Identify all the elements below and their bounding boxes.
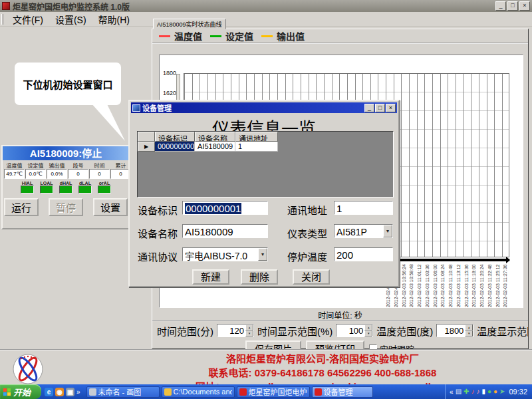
status-field-value: 0.0℃ xyxy=(25,169,46,179)
taskbar-button[interactable]: 炬星窑炉国炬电炉监... xyxy=(237,386,310,398)
media-player-icon[interactable]: ◉ xyxy=(55,388,64,396)
output-line-icon xyxy=(261,35,273,37)
start-button[interactable]: 开始 xyxy=(0,384,41,399)
show-desktop-icon[interactable]: ▣ xyxy=(66,388,74,396)
run-button[interactable]: 运行 xyxy=(4,198,39,216)
taskbar-button[interactable]: 未命名 - 画图 xyxy=(86,386,160,398)
x-axis-label: 2012-02-03 10:56:24 xyxy=(400,263,408,307)
spin-up-icon[interactable]: ▴ xyxy=(245,325,253,331)
temperature-line-icon xyxy=(159,35,170,37)
update-icon[interactable]: ● xyxy=(487,388,491,396)
temp-range-stepper[interactable]: 1800 ▴▾ xyxy=(436,324,473,337)
x-axis-label: 2012-02-03 11:18:00 xyxy=(470,263,478,307)
new-button[interactable]: 新建 xyxy=(192,269,229,285)
status-field-label: 设定值 xyxy=(25,162,46,169)
comm-addr-label: 通讯地址 xyxy=(287,203,327,217)
alarm-label: LOAL xyxy=(40,181,53,186)
col-device-name[interactable]: 设备名称 xyxy=(195,132,235,142)
taskbar-button-label: C:\Documents and Se... xyxy=(174,388,232,396)
menu-help[interactable]: 帮助(H) xyxy=(92,12,136,27)
alarm-indicator-hial: HIAL xyxy=(21,181,34,194)
spin-down-icon[interactable]: ▾ xyxy=(245,331,253,336)
taskbar-button-label: 设备管理 xyxy=(324,386,353,397)
device-grid: 设备标识 设备名称 通讯地址 ▶ 0000000001 AI5180009 1 xyxy=(137,131,394,198)
col-comm-addr[interactable]: 通讯地址 xyxy=(235,132,278,142)
dialog-icon xyxy=(132,104,140,112)
status-field-label: 输出值 xyxy=(47,162,67,169)
taskbar-button-label: 炬星窑炉国炬电炉监... xyxy=(249,386,307,397)
time-display-stepper[interactable]: 100 ▴▾ xyxy=(336,324,373,337)
spin-up-icon[interactable]: ▴ xyxy=(364,325,372,331)
chevron-down-icon[interactable]: ▾ xyxy=(383,225,392,237)
time-range-stepper[interactable]: 120 ▴▾ xyxy=(217,324,254,337)
meter-type-dropdown[interactable]: AI581P ▾ xyxy=(334,224,393,238)
more-icons-chevron-icon[interactable]: » xyxy=(76,388,80,396)
x-axis-label: 2012-02-03 11:06:00 xyxy=(432,263,440,307)
tab-realtime-curve[interactable]: AI5180009实时状态曲线 xyxy=(153,19,226,29)
close-button[interactable]: 关闭 xyxy=(293,269,330,285)
spin-down-icon[interactable]: ▾ xyxy=(465,331,473,336)
row-selector-icon[interactable]: ▶ xyxy=(138,142,155,152)
green-led-icon xyxy=(40,186,53,194)
status-buttons: 运行 暂停 设置 xyxy=(3,198,129,216)
spin-up-icon[interactable]: ▴ xyxy=(465,325,473,331)
callout-bubble: 下位机初始设置窗口 xyxy=(15,63,121,105)
minimize-icon[interactable]: _ xyxy=(495,1,506,11)
alarm-indicator-dlal: dLAL xyxy=(78,181,92,194)
status-field-label: 温度值 xyxy=(4,162,25,169)
chart-controls: 时间范围(分) 120 ▴▾ 时间显示范围(%) 100 ▴▾ 温度范围(度) … xyxy=(152,322,528,339)
taskbar-button-icon xyxy=(315,388,322,396)
antivirus-icon[interactable]: ✚ xyxy=(464,388,469,396)
audio-icon[interactable]: ♪ xyxy=(476,388,479,396)
alarm-indicator-oral: orAL xyxy=(98,181,111,194)
chevron-down-icon[interactable]: ▾ xyxy=(258,248,267,261)
x-axis-label: 2012-02-03 10:58:48 xyxy=(408,263,416,307)
restore-icon[interactable]: □ xyxy=(507,1,518,11)
device-name-field[interactable]: AI5180009 xyxy=(182,224,268,238)
alarm-label: dHAL xyxy=(59,181,72,186)
status-field-value: 0.0% xyxy=(47,169,67,179)
status-field-label: 时间 xyxy=(89,162,110,169)
delete-button[interactable]: 删除 xyxy=(241,269,278,285)
x-axis-label: 2012-02-03 11:10:48 xyxy=(447,263,455,307)
windows-logo-icon xyxy=(3,388,11,396)
status-field-value: 0 xyxy=(68,169,88,179)
spin-down-icon[interactable]: ▾ xyxy=(364,331,372,336)
language-bar-icon[interactable]: ▤ xyxy=(456,388,462,396)
close-icon[interactable]: × xyxy=(519,1,530,11)
status-field: 温度值49.7℃ xyxy=(4,162,25,179)
taskbar-button[interactable]: C:\Documents and Se... xyxy=(162,386,235,398)
settings-button[interactable]: 设置 xyxy=(93,198,128,216)
table-row[interactable]: ▶ 0000000001 AI5180009 1 xyxy=(138,142,393,152)
volume-muted-icon[interactable]: ♪ xyxy=(471,388,474,396)
messenger-icon[interactable]: ➤ xyxy=(499,388,505,396)
cell-device-id[interactable]: 0000000001 xyxy=(155,142,195,152)
menu-grip xyxy=(1,14,3,25)
x-axis-label: 2012-02-03 11:03:36 xyxy=(424,263,432,307)
stop-temp-field[interactable]: 200 xyxy=(334,247,393,261)
dialog-minimize-icon[interactable]: _ xyxy=(364,104,374,112)
callout-tail xyxy=(86,103,125,141)
status-field-label: 累计 xyxy=(110,162,129,169)
comm-addr-field[interactable]: 1 xyxy=(334,201,393,215)
dialog-maximize-icon[interactable]: □ xyxy=(375,104,385,112)
col-device-id[interactable]: 设备标识 xyxy=(155,132,195,142)
device-id-field[interactable]: 0000000001 xyxy=(182,201,268,215)
signal-strength-icon[interactable]: ▮ xyxy=(481,388,485,396)
taskbar-clock[interactable]: 09:32 xyxy=(509,388,527,396)
menu-file[interactable]: 文件(F) xyxy=(7,12,49,27)
hide-icons-chevron-icon[interactable]: « xyxy=(450,388,454,396)
cell-device-name[interactable]: AI5180009 xyxy=(195,142,235,152)
internet-explorer-icon[interactable]: e xyxy=(45,388,53,396)
alarm-indicator-loal: LOAL xyxy=(40,181,53,194)
security-alert-icon[interactable]: ● xyxy=(493,388,497,396)
cell-comm-addr[interactable]: 1 xyxy=(235,142,278,152)
dialog-close-icon[interactable]: × xyxy=(386,104,396,112)
menu-settings[interactable]: 设置(S) xyxy=(49,12,92,27)
dialog-titlebar[interactable]: 设备管理 _ □ × xyxy=(131,102,397,113)
protocol-dropdown[interactable]: 宇电AIBUS-7.0 ▾ xyxy=(182,247,268,261)
x-axis-label: 2012-02-03 11:25:12 xyxy=(494,263,502,307)
meter-type-label: 仪表类型 xyxy=(287,226,327,240)
taskbar-button[interactable]: 设备管理 xyxy=(312,386,373,398)
x-axis-label: 2012-02-03 11:22:48 xyxy=(486,263,494,307)
